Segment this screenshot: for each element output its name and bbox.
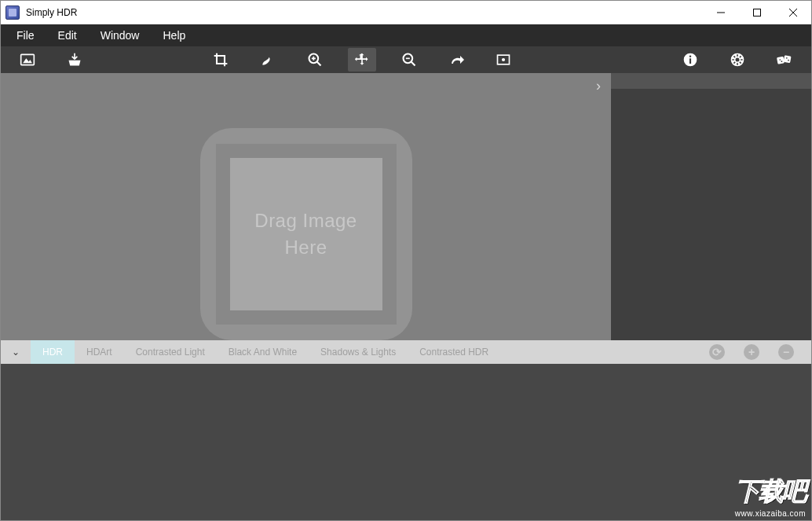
- panel-expand-icon[interactable]: ›: [591, 78, 606, 94]
- svg-point-11: [736, 58, 740, 62]
- svg-point-8: [689, 56, 692, 58]
- app-title: Simply HDR: [26, 7, 77, 18]
- canvas-area[interactable]: › Drag Image Here: [1, 73, 611, 340]
- category-hdr[interactable]: HDR: [31, 340, 75, 364]
- remove-preset-button[interactable]: −: [778, 344, 794, 360]
- menu-help[interactable]: Help: [152, 26, 196, 45]
- dice-button[interactable]: [770, 48, 799, 72]
- svg-rect-1: [21, 54, 35, 64]
- category-black-and-white[interactable]: Black And White: [217, 340, 309, 364]
- info-button[interactable]: [676, 48, 704, 72]
- move-button[interactable]: [348, 48, 376, 72]
- svg-point-17: [788, 60, 789, 61]
- drop-text-line1: Drag Image: [254, 210, 357, 231]
- preset-strip: [1, 364, 811, 520]
- drop-zone[interactable]: Drag Image Here: [200, 128, 412, 340]
- svg-point-14: [779, 59, 781, 61]
- drop-zone-inner: Drag Image Here: [216, 144, 397, 325]
- main-area: › Drag Image Here: [1, 73, 811, 340]
- drop-text-line2: Here: [284, 237, 327, 258]
- side-panel-header: [611, 73, 811, 89]
- crop-button[interactable]: [207, 48, 235, 72]
- svg-rect-9: [689, 58, 691, 64]
- category-contrasted-light[interactable]: Contrasted Light: [124, 340, 217, 364]
- toolbar: [1, 46, 811, 73]
- svg-rect-13: [784, 55, 792, 63]
- menu-edit[interactable]: Edit: [47, 26, 88, 45]
- svg-rect-12: [777, 57, 785, 64]
- menu-bar: File Edit Window Help: [1, 24, 811, 46]
- add-preset-button[interactable]: +: [744, 344, 759, 360]
- brush-button[interactable]: [254, 48, 282, 72]
- open-image-button[interactable]: [13, 48, 42, 72]
- category-collapse-icon[interactable]: ⌄: [1, 347, 31, 358]
- svg-marker-2: [23, 58, 32, 63]
- category-hdart[interactable]: HDArt: [75, 340, 124, 364]
- zoom-out-button[interactable]: [395, 48, 423, 72]
- svg-rect-0: [754, 9, 761, 17]
- app-icon: [5, 6, 20, 20]
- settings-button[interactable]: [723, 48, 752, 72]
- maximize-button[interactable]: [739, 1, 775, 24]
- compare-button[interactable]: [489, 48, 518, 72]
- category-bar: ⌄ HDR HDArt Contrasted Light Black And W…: [1, 340, 811, 364]
- svg-point-6: [502, 58, 505, 61]
- zoom-in-button[interactable]: [301, 48, 329, 72]
- category-shadows-lights[interactable]: Shadows & Lights: [309, 340, 408, 364]
- redo-button[interactable]: [442, 48, 470, 72]
- title-bar: Simply HDR: [1, 1, 811, 24]
- menu-window[interactable]: Window: [90, 26, 151, 45]
- svg-point-16: [786, 57, 788, 59]
- category-contrasted-hdr[interactable]: Contrasted HDR: [408, 340, 500, 364]
- side-panel: [611, 73, 811, 340]
- save-image-button[interactable]: [60, 48, 89, 72]
- svg-point-15: [781, 61, 783, 62]
- close-button[interactable]: [775, 1, 811, 24]
- random-preset-button[interactable]: ⟳: [709, 344, 725, 360]
- minimize-button[interactable]: [703, 1, 739, 24]
- menu-file[interactable]: File: [5, 26, 46, 45]
